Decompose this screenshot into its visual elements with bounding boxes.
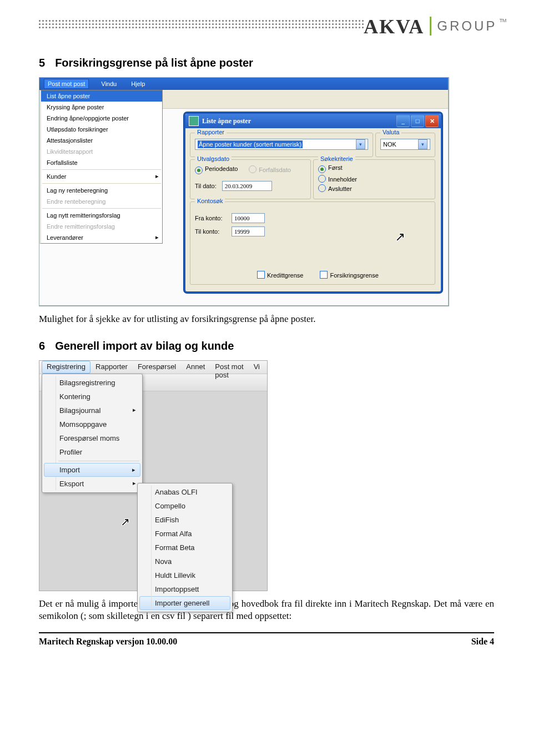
checkbox-forsikringsgrense[interactable]: Forsikringsgrense	[320, 271, 378, 279]
menu-item[interactable]: Format Beta	[139, 541, 230, 555]
input-til-konto[interactable]	[232, 226, 265, 236]
minimize-button[interactable]: _	[396, 115, 410, 127]
dialog-liste-apne-poster: Liste åpne poster _ □ ✕ Rapporter Åpne p…	[184, 112, 443, 293]
menubar-post-mot-post[interactable]: Post mot post	[210, 361, 248, 374]
group-rapporter: Rapporter Åpne poster kunder (sortert nu…	[190, 133, 373, 157]
radio-icon	[195, 167, 203, 174]
checkbox-icon	[320, 271, 328, 279]
input-tildato[interactable]	[222, 181, 272, 191]
radio-periodedato[interactable]: Periodedato	[195, 165, 238, 174]
radio-avslutter[interactable]: Avslutter	[318, 184, 430, 192]
xp-dropdown-menu: List åpne posterKryssing åpne posterEndr…	[39, 90, 163, 244]
checkbox-kredittgrense[interactable]: Kredittgrense	[257, 271, 303, 279]
brand-logo: AKVA GROUP TM	[364, 17, 506, 37]
legend-kontosok: Kontosøk	[195, 198, 225, 204]
dialog-title-text: Liste åpne poster	[202, 117, 251, 125]
menubar-foresporsel[interactable]: Forespørsel	[133, 361, 181, 374]
menu-item[interactable]: Format Alfa	[139, 527, 230, 541]
menu-item[interactable]: Kunder	[41, 171, 162, 182]
section-5-para: Mulighet for å sjekke av for utlisting a…	[39, 313, 494, 325]
section-6-num: 6	[39, 340, 45, 352]
submenu-import: Anabas OLFICompelloEdiFishFormat AlfaFor…	[137, 483, 233, 612]
menu-item[interactable]: Profiler	[44, 445, 140, 459]
select-valuta[interactable]: NOK ▾	[380, 139, 430, 150]
menu-item: Likviditetsrapport	[41, 146, 162, 157]
legend-valuta: Valuta	[380, 129, 401, 135]
close-button[interactable]: ✕	[425, 115, 439, 127]
menu-item[interactable]: Endring åpne/oppgjorte poster	[41, 113, 162, 124]
menu-item[interactable]: Importer generell	[139, 596, 230, 610]
menu-item: Endre remitteringsforslag	[41, 221, 162, 232]
cursor-icon	[396, 230, 405, 242]
brand-text-group: GROUP	[437, 17, 497, 36]
menu-item[interactable]: Bilagsregistrering	[44, 376, 140, 390]
menubar-post-mot-post[interactable]: Post mot post	[44, 79, 89, 89]
radio-inneholder[interactable]: Inneholder	[318, 175, 430, 183]
menubar-annet[interactable]: Annet	[181, 361, 210, 374]
chevron-down-icon: ▾	[418, 139, 428, 149]
menu-item[interactable]: Kontering	[44, 390, 140, 404]
screenshot-import-menu: Registrering Rapporter Forespørsel Annet…	[39, 360, 268, 591]
radio-icon	[249, 165, 257, 173]
menubar-hjelp[interactable]: Hjelp	[129, 79, 147, 88]
menu-item[interactable]: Attestasjonslister	[41, 135, 162, 146]
chevron-down-icon: ▾	[356, 139, 365, 149]
dot-pattern	[39, 17, 364, 28]
brand-tm: TM	[499, 18, 506, 23]
section-5-title: Forsikringsgrense på list åpne poster	[55, 57, 253, 69]
input-fra-konto[interactable]	[232, 213, 265, 223]
footer-left: Maritech Regnskap versjon 10.00.00	[39, 637, 177, 647]
menubar-vindu[interactable]: Vindu	[99, 79, 119, 88]
menu-item[interactable]: Leverandører	[41, 232, 162, 243]
dialog-titlebar[interactable]: Liste åpne poster _ □ ✕	[185, 114, 441, 128]
brand-text-akva: AKVA	[364, 17, 424, 37]
vista-menubar: Registrering Rapporter Forespørsel Annet…	[39, 361, 267, 374]
menu-item[interactable]: Nova	[139, 555, 230, 568]
menubar-registrering[interactable]: Registrering	[42, 361, 90, 374]
select-rapporter[interactable]: Åpne poster kunder (sortert numerisk) ▾	[195, 139, 368, 150]
select-rapporter-value: Åpne poster kunder (sortert numerisk)	[198, 140, 303, 148]
checkbox-icon	[257, 271, 265, 279]
group-sokekriterie: Søkekriterie Først Inneholder Avslutter	[313, 159, 435, 199]
xp-menubar: Post mot post Vindu Hjelp	[39, 78, 448, 90]
menu-item[interactable]: Compello	[139, 499, 230, 513]
section-6-para: Det er nå mulig å importere kunder, leve…	[39, 598, 494, 622]
menu-item[interactable]: Bilagsjournal	[44, 404, 140, 417]
menu-item[interactable]: Utløpsdato forsikringer	[41, 124, 162, 135]
menu-item: Endre renteberegning	[41, 196, 162, 207]
maximize-button[interactable]: □	[411, 115, 424, 127]
screenshot-liste-apne-poster: Post mot post Vindu Hjelp List åpne post…	[39, 77, 449, 306]
menu-item[interactable]: Anabas OLFI	[139, 485, 230, 499]
radio-icon	[318, 165, 326, 173]
menu-item[interactable]: Momsoppgave	[44, 417, 140, 431]
section-5-num: 5	[39, 57, 45, 69]
menu-item[interactable]: Kryssing åpne poster	[41, 102, 162, 113]
menu-item[interactable]: Importoppsett	[139, 582, 230, 596]
legend-utvalgsdato: Utvalgsdato	[195, 155, 232, 162]
group-valuta: Valuta NOK ▾	[375, 133, 435, 157]
menu-item[interactable]: Forespørsel moms	[44, 431, 140, 445]
menu-item[interactable]: Lag nytt remitteringsforslag	[41, 210, 162, 221]
menu-item[interactable]: Import	[44, 463, 140, 477]
section-6-heading: 6Generell import av bilag og kunde	[39, 340, 494, 352]
menubar-rapporter[interactable]: Rapporter	[90, 361, 133, 374]
radio-forst[interactable]: Først	[318, 164, 430, 173]
legend-sokekriterie: Søkekriterie	[318, 155, 355, 162]
cursor-icon	[120, 515, 130, 528]
label-til-konto: Til konto:	[195, 228, 228, 235]
menu-item[interactable]: Lag ny renteberegning	[41, 185, 162, 196]
select-valuta-value: NOK	[383, 141, 396, 148]
menu-item[interactable]: Forfallsliste	[41, 157, 162, 168]
menu-item[interactable]: Eksport	[44, 477, 140, 491]
window-icon	[189, 116, 199, 126]
menubar-vi[interactable]: Vi	[249, 361, 265, 374]
menu-item[interactable]: List åpne poster	[41, 90, 162, 102]
group-utvalgsdato: Utvalgsdato Periodedato Forfallsdato Til…	[190, 159, 311, 199]
radio-icon	[318, 184, 326, 192]
brand-separator	[430, 17, 431, 36]
group-kontosok: Kontosøk Fra konto: Til konto: Kredittgr…	[190, 201, 435, 285]
section-5-heading: 5Forsikringsgrense på list åpne poster	[39, 57, 494, 69]
menu-item[interactable]: Huldt Lillevik	[139, 568, 230, 582]
footer-right: Side 4	[471, 637, 494, 647]
menu-item[interactable]: EdiFish	[139, 513, 230, 527]
